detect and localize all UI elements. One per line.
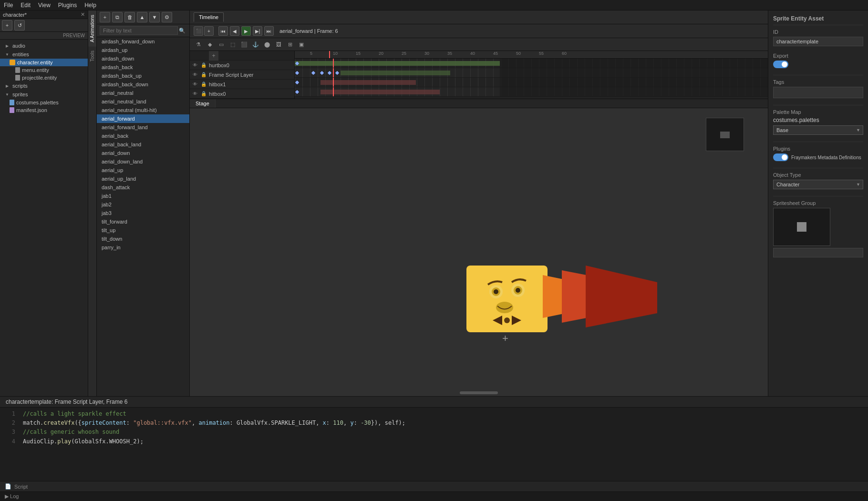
anim-delete-btn[interactable]: 🗑	[124, 12, 135, 22]
anim-airdash-back[interactable]: airdash_back	[97, 63, 189, 72]
frame-track-framescript[interactable]	[295, 68, 768, 78]
spritesheet-input[interactable]	[773, 248, 863, 257]
filter-tool[interactable]: ⚗	[194, 40, 203, 49]
export-toggle-switch[interactable]	[773, 61, 788, 68]
track-name-hitbox1: hitbox1	[209, 82, 292, 87]
prop-id-input[interactable]	[773, 37, 863, 46]
anim-airdash-down[interactable]: airdash_down	[97, 54, 189, 63]
anim-airdash-back-up[interactable]: airdash_back_up	[97, 72, 189, 80]
track-lock-framescript[interactable]: 🔒	[200, 72, 207, 78]
anim-aerial-back-land[interactable]: aerial_back_land	[97, 140, 189, 149]
anim-aerial-neutral[interactable]: aerial_neutral	[97, 89, 189, 97]
playhead-fs	[333, 68, 334, 77]
grid-tool[interactable]: ⊞	[285, 40, 295, 49]
anim-tilt-up[interactable]: tilt_up	[97, 226, 189, 235]
anim-dash-attack[interactable]: dash_attack	[97, 183, 189, 192]
object-type-select[interactable]: Character	[773, 180, 863, 189]
stage-scrollbar[interactable]	[460, 391, 498, 394]
step-back-btn[interactable]: ◀	[230, 26, 239, 36]
track-eye-hurtbox0[interactable]: 👁	[192, 62, 198, 69]
crop-tool[interactable]: ⬛	[239, 40, 249, 49]
log-bar[interactable]: ▶ Log	[0, 491, 868, 501]
frame-track-hitbox0[interactable]	[295, 87, 768, 97]
anim-add-btn[interactable]: +	[100, 12, 110, 22]
play-btn[interactable]: ▶	[241, 26, 251, 36]
track-lock-hitbox0[interactable]: 🔒	[200, 91, 207, 97]
tab-character[interactable]: character*	[3, 12, 81, 18]
anim-aerial-back[interactable]: aerial_back	[97, 132, 189, 140]
menu-view[interactable]: View	[38, 2, 51, 9]
step-fwd-btn[interactable]: ▶|	[253, 26, 262, 36]
anim-move-up-btn[interactable]: ▲	[137, 12, 147, 22]
anim-aerial-up[interactable]: aerial_up	[97, 166, 189, 174]
track-eye-hitbox1[interactable]: 👁	[192, 81, 198, 88]
tree-projectile-entity[interactable]: projectile.entity	[0, 74, 88, 82]
anim-aerial-forward[interactable]: aerial_forward	[97, 114, 189, 123]
tree-menu-entity[interactable]: menu.entity	[0, 66, 88, 74]
anim-move-down-btn[interactable]: ▼	[149, 12, 160, 22]
anim-jab3[interactable]: jab3	[97, 209, 189, 217]
prop-tags-input[interactable]	[773, 87, 863, 98]
anim-settings-btn[interactable]: ⚙	[162, 12, 172, 22]
add-frame-btn[interactable]: +	[204, 26, 214, 36]
anim-search-button[interactable]: 🔍	[178, 27, 186, 35]
select-tool[interactable]: ⬚	[228, 40, 238, 49]
menu-plugins[interactable]: Plugins	[58, 2, 77, 9]
frame-tool[interactable]: ▭	[217, 40, 226, 49]
diamond-tool[interactable]: ◆	[205, 40, 215, 49]
add-btn[interactable]: +	[2, 20, 12, 31]
tree-audio[interactable]: audio	[0, 41, 88, 50]
anim-jab1[interactable]: jab1	[97, 192, 189, 200]
circle-tool[interactable]: ⬤	[262, 40, 272, 49]
vtab-animations[interactable]: A Animations	[88, 10, 96, 46]
track-add-btn[interactable]: +	[209, 51, 218, 61]
misc-tool[interactable]: ▣	[297, 40, 306, 49]
anim-aerial-down[interactable]: aerial_down	[97, 149, 189, 157]
frame-mode-btn[interactable]: ⬛	[194, 26, 203, 36]
anim-aerial-forward-land[interactable]: aerial_forward_land	[97, 123, 189, 132]
anim-tilt-down[interactable]: tilt_down	[97, 235, 189, 243]
anim-aerial-neutral-land[interactable]: aerial_neutral_land	[97, 97, 189, 106]
anim-tilt-forward[interactable]: tilt_forward	[97, 217, 189, 226]
close-tab-icon[interactable]: ✕	[81, 11, 85, 18]
prop-tags-section: Tags	[773, 79, 863, 98]
tree-entities[interactable]: entities	[0, 50, 88, 59]
anchor-tool[interactable]: ⚓	[251, 40, 260, 49]
menu-file[interactable]: File	[4, 2, 13, 9]
tree-character-entity[interactable]: character.entity	[0, 59, 88, 66]
plugins-toggle-switch[interactable]	[773, 153, 788, 161]
menu-help[interactable]: Help	[84, 2, 96, 9]
rewind-btn[interactable]: ⏮	[218, 26, 228, 36]
track-lock-hurtbox0[interactable]: 🔒	[200, 62, 207, 69]
stage-tab-btn[interactable]: Stage	[190, 99, 216, 108]
frame-track-hurtbox0[interactable]	[295, 59, 768, 68]
track-eye-hitbox0[interactable]: 👁	[192, 91, 198, 97]
tree-scripts[interactable]: scripts	[0, 82, 88, 90]
refresh-btn[interactable]: ↺	[14, 20, 25, 31]
tree-costumes-palettes[interactable]: costumes.palettes	[0, 99, 88, 106]
anim-airdash-up[interactable]: airdash_up	[97, 46, 189, 54]
track-eye-framescript[interactable]: 👁	[192, 72, 198, 78]
stage-canvas[interactable]: +	[190, 108, 768, 396]
track-lock-hitbox1[interactable]: 🔒	[200, 81, 207, 88]
tab-timeline[interactable]: Timeline	[194, 12, 224, 22]
anim-aerial-down-land[interactable]: aerial_down_land	[97, 157, 189, 166]
vtab-tools[interactable]: Tools	[88, 46, 96, 65]
script-section[interactable]: 📄 Script	[0, 481, 868, 491]
anim-jab2[interactable]: jab2	[97, 200, 189, 209]
palette-base-select[interactable]: Base	[773, 125, 863, 135]
menu-edit[interactable]: Edit	[21, 2, 31, 9]
image-tool[interactable]: 🖼	[274, 40, 283, 49]
tree-manifest-json[interactable]: manifest.json	[0, 106, 88, 114]
fast-fwd-btn[interactable]: ⏭	[264, 26, 274, 36]
anim-aerial-up-land[interactable]: aerial_up_land	[97, 174, 189, 183]
tree-sprites[interactable]: sprites	[0, 90, 88, 99]
anim-search-input[interactable]	[100, 26, 178, 35]
anim-aerial-neutral-multihit[interactable]: aerial_neutral (multi-hit)	[97, 106, 189, 114]
palette-file-value: costumes.palettes	[773, 117, 863, 123]
anim-airdash-back-down[interactable]: airdash_back_down	[97, 80, 189, 89]
anim-airdash-forward-down[interactable]: airdash_forward_down	[97, 37, 189, 46]
frame-track-hitbox1[interactable]	[295, 78, 768, 87]
anim-parry-in[interactable]: parry_in	[97, 243, 189, 252]
anim-copy-btn[interactable]: ⧉	[112, 12, 123, 22]
